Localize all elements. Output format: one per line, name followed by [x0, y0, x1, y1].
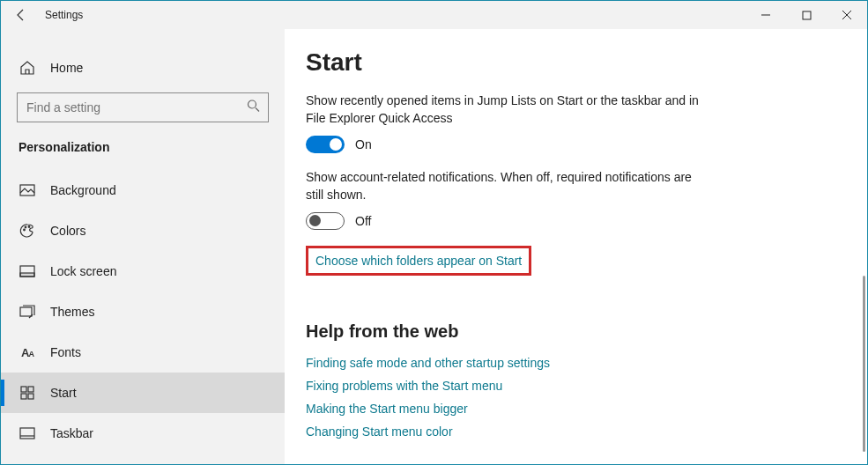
- sidebar-item-home[interactable]: Home: [1, 50, 285, 85]
- home-icon: [19, 60, 36, 76]
- svg-rect-17: [20, 428, 34, 439]
- highlight-annotation: Choose which folders appear on Start: [306, 246, 531, 276]
- help-link-color[interactable]: Changing Start menu color: [306, 424, 832, 439]
- sidebar: Home Personalization Background Colors: [1, 29, 285, 464]
- choose-folders-link[interactable]: Choose which folders appear on Start: [315, 254, 522, 268]
- sidebar-item-lockscreen[interactable]: Lock screen: [1, 251, 285, 292]
- help-link-fixstart[interactable]: Fixing problems with the Start menu: [306, 379, 832, 393]
- window-controls: [746, 1, 867, 29]
- palette-icon: [19, 223, 36, 239]
- start-icon: [19, 386, 36, 400]
- svg-rect-12: [20, 307, 32, 316]
- search-input[interactable]: [17, 92, 269, 122]
- svg-rect-13: [21, 387, 26, 392]
- sidebar-item-label: Lock screen: [50, 264, 116, 278]
- sidebar-item-label: Themes: [50, 305, 95, 319]
- toggle-account-notif-state: Off: [355, 214, 371, 228]
- help-heading: Help from the web: [306, 321, 832, 342]
- sidebar-item-label: Fonts: [50, 345, 81, 359]
- svg-rect-14: [28, 387, 33, 392]
- back-button[interactable]: [1, 1, 41, 29]
- close-button[interactable]: [827, 1, 867, 29]
- toggle-account-notif[interactable]: [306, 212, 345, 230]
- sidebar-item-fonts[interactable]: AA Fonts: [1, 332, 285, 373]
- minimize-button[interactable]: [746, 1, 786, 29]
- sidebar-category: Personalization: [1, 140, 285, 170]
- sidebar-item-start[interactable]: Start: [1, 373, 285, 413]
- setting-jumplists-desc: Show recently opened items in Jump Lists…: [306, 92, 702, 127]
- fonts-icon: AA: [19, 346, 36, 359]
- main-content: Start Show recently opened items in Jump…: [285, 29, 867, 464]
- sidebar-item-taskbar[interactable]: Taskbar: [1, 413, 285, 454]
- scrollbar[interactable]: [863, 276, 865, 452]
- help-link-bigger[interactable]: Making the Start menu bigger: [306, 402, 832, 416]
- svg-point-9: [28, 226, 30, 228]
- taskbar-icon: [19, 427, 36, 439]
- svg-rect-1: [803, 11, 811, 19]
- window-title: Settings: [45, 9, 83, 21]
- search-icon: [247, 100, 260, 116]
- lockscreen-icon: [19, 265, 36, 277]
- toggle-jumplists-state: On: [355, 137, 372, 151]
- sidebar-item-label: Colors: [50, 224, 85, 238]
- sidebar-item-colors[interactable]: Colors: [1, 210, 285, 251]
- sidebar-item-label: Taskbar: [50, 426, 93, 440]
- svg-point-4: [249, 100, 256, 108]
- svg-rect-15: [21, 394, 26, 399]
- toggle-jumplists[interactable]: [306, 136, 345, 153]
- sidebar-item-themes[interactable]: Themes: [1, 292, 285, 332]
- sidebar-item-background[interactable]: Background: [1, 170, 285, 210]
- maximize-button[interactable]: [786, 1, 827, 29]
- titlebar: Settings: [1, 1, 867, 29]
- svg-line-5: [256, 108, 259, 112]
- themes-icon: [19, 305, 36, 319]
- help-links: Finding safe mode and other startup sett…: [306, 356, 832, 439]
- sidebar-item-label: Home: [50, 61, 83, 75]
- svg-rect-16: [28, 394, 33, 399]
- page-title: Start: [306, 48, 832, 77]
- svg-point-7: [24, 229, 26, 231]
- sidebar-item-label: Background: [50, 183, 116, 197]
- help-link-safemode[interactable]: Finding safe mode and other startup sett…: [306, 356, 832, 370]
- svg-rect-11: [20, 273, 34, 277]
- picture-icon: [19, 184, 36, 196]
- sidebar-item-label: Start: [50, 386, 77, 400]
- setting-account-notif-desc: Show account-related notifications. When…: [306, 169, 702, 203]
- svg-point-8: [25, 226, 26, 228]
